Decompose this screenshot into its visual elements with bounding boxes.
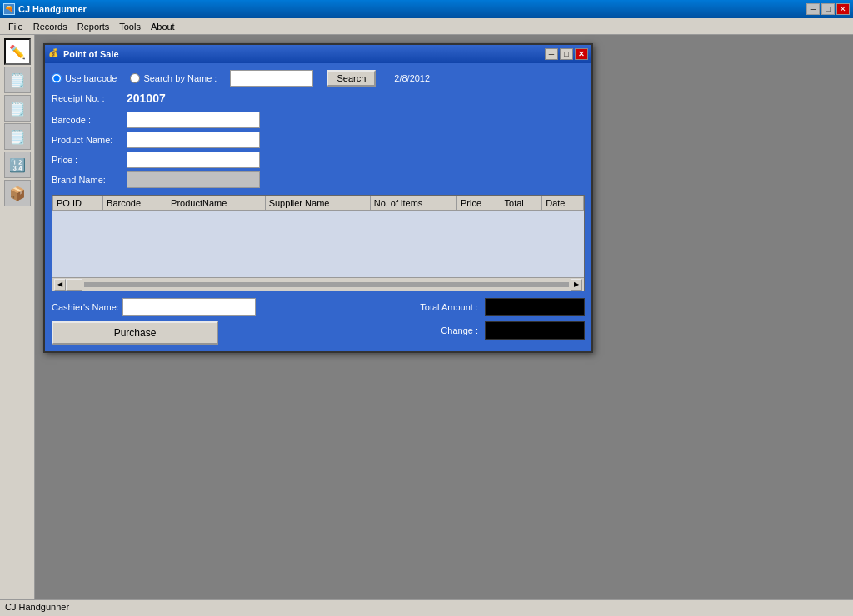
menu-tools[interactable]: Tools	[114, 20, 146, 33]
search-by-name-option[interactable]: Search by Name :	[130, 73, 217, 83]
app-title: CJ Handgunner	[18, 4, 87, 14]
left-bottom: Cashier's Name: Purchase	[52, 298, 256, 345]
receipt-no-label: Receipt No. :	[52, 93, 127, 103]
product-name-label: Product Name:	[52, 135, 127, 145]
sidebar-icon-pencil[interactable]: ✏️	[4, 38, 31, 65]
cashier-row: Cashier's Name:	[52, 298, 256, 316]
status-bar: CJ Handgunner	[0, 599, 853, 616]
search-by-name-radio[interactable]	[130, 73, 140, 83]
menu-about[interactable]: About	[146, 20, 180, 33]
use-barcode-label: Use barcode	[65, 73, 117, 83]
barcode-row: Barcode :	[52, 112, 585, 128]
scroll-left-arrow[interactable]: ◀	[54, 279, 66, 291]
col-product-name: ProductName	[167, 196, 266, 211]
app-window-controls: ─ □ ✕	[806, 3, 850, 15]
main-area: ✏️ 🗒️ 🗒️ 🗒️ 🔢 📦 💰 Point of Sale ─ □ ✕	[0, 35, 853, 599]
table-horizontal-scrollbar: ◀ ▶	[52, 277, 584, 291]
product-name-input[interactable]	[127, 132, 260, 148]
menu-records[interactable]: Records	[28, 20, 72, 33]
data-table: PO ID Barcode ProductName Supplier Name …	[52, 196, 584, 211]
app-icon: 🔫	[3, 3, 15, 15]
col-barcode: Barcode	[103, 196, 167, 211]
pos-content: Use barcode Search by Name : Search 2/8/…	[45, 63, 591, 351]
total-amount-label: Total Amount :	[395, 302, 478, 312]
data-table-container: PO ID Barcode ProductName Supplier Name …	[52, 195, 585, 291]
desktop-area: 💰 Point of Sale ─ □ ✕ Use barcode	[35, 35, 853, 599]
price-row: Price :	[52, 152, 585, 168]
total-amount-display	[485, 298, 585, 316]
purchase-button[interactable]: Purchase	[52, 321, 218, 345]
change-label: Change :	[395, 325, 478, 335]
total-amount-row: Total Amount :	[395, 298, 585, 316]
search-button[interactable]: Search	[327, 70, 376, 87]
sidebar-icon-doc3[interactable]: 🗒️	[4, 123, 31, 150]
search-by-name-label: Search by Name :	[143, 73, 217, 83]
col-po-id: PO ID	[53, 196, 103, 211]
sidebar-icon-doc1[interactable]: 🗒️	[4, 67, 31, 93]
table-header-row: PO ID Barcode ProductName Supplier Name …	[53, 196, 584, 211]
price-label: Price :	[52, 155, 127, 165]
sidebar: ✏️ 🗒️ 🗒️ 🗒️ 🔢 📦	[0, 35, 35, 599]
col-date: Date	[542, 196, 584, 211]
search-name-input[interactable]	[230, 70, 313, 87]
product-name-row: Product Name:	[52, 132, 585, 148]
date-label: 2/8/2012	[394, 73, 430, 83]
scroll-track	[84, 282, 569, 287]
barcode-label: Barcode :	[52, 115, 127, 125]
change-display	[485, 321, 585, 340]
sidebar-icon-doc2[interactable]: 🗒️	[4, 95, 31, 122]
status-text: CJ Handgunner	[5, 602, 69, 612]
use-barcode-option[interactable]: Use barcode	[52, 73, 117, 83]
cashier-name-input[interactable]	[122, 298, 256, 316]
table-scroll-area	[52, 211, 584, 277]
menu-file[interactable]: File	[3, 20, 28, 33]
bottom-section: Cashier's Name: Purchase Total Amount : …	[52, 298, 585, 345]
sidebar-icon-box[interactable]: 📦	[4, 180, 31, 206]
use-barcode-radio[interactable]	[52, 73, 62, 83]
cashiers-name-label: Cashier's Name:	[52, 302, 119, 312]
menu-bar: File Records Reports Tools About	[0, 18, 853, 35]
search-mode-row: Use barcode Search by Name : Search 2/8/…	[52, 70, 585, 87]
app-maximize-button[interactable]: □	[821, 3, 835, 15]
brand-name-input[interactable]	[127, 171, 260, 188]
pos-window-title: Point of Sale	[63, 49, 119, 59]
scroll-thumb[interactable]	[66, 279, 82, 291]
pos-minimize-button[interactable]: ─	[545, 48, 558, 60]
pos-window-icon: 💰	[48, 48, 60, 60]
scroll-right-arrow[interactable]: ▶	[571, 279, 582, 291]
change-row: Change :	[395, 321, 585, 340]
sidebar-icon-num[interactable]: 🔢	[4, 152, 31, 178]
menu-reports[interactable]: Reports	[72, 20, 115, 33]
pos-window: 💰 Point of Sale ─ □ ✕ Use barcode	[43, 43, 593, 353]
col-price: Price	[457, 196, 501, 211]
col-no-of-items: No. of items	[370, 196, 456, 211]
app-title-bar: 🔫 CJ Handgunner ─ □ ✕	[0, 0, 853, 18]
pos-close-button[interactable]: ✕	[575, 48, 588, 60]
app-minimize-button[interactable]: ─	[806, 3, 820, 15]
receipt-number: 201007	[127, 92, 166, 105]
pos-maximize-button[interactable]: □	[560, 48, 573, 60]
col-supplier-name: Supplier Name	[265, 196, 370, 211]
col-total: Total	[501, 196, 542, 211]
brand-name-label: Brand Name:	[52, 175, 127, 185]
brand-name-row: Brand Name:	[52, 171, 585, 188]
pos-title-bar: 💰 Point of Sale ─ □ ✕	[45, 45, 591, 63]
barcode-input[interactable]	[127, 112, 260, 128]
receipt-row: Receipt No. : 201007	[52, 92, 585, 105]
price-input[interactable]	[127, 152, 260, 168]
right-bottom: Total Amount : Change :	[395, 298, 585, 340]
app-close-button[interactable]: ✕	[836, 3, 850, 15]
